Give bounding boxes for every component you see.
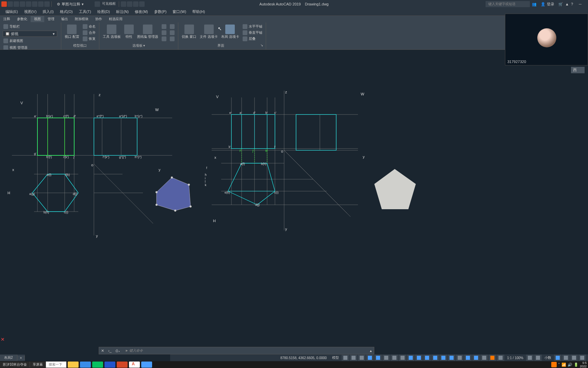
tab-view[interactable]: 视图 bbox=[31, 16, 44, 22]
menu-window[interactable]: 窗口(W) bbox=[170, 9, 189, 15]
infer-btn[interactable] bbox=[358, 355, 365, 361]
gizmo-btn[interactable] bbox=[456, 355, 463, 361]
cmd-close-icon[interactable]: ✕ bbox=[99, 348, 106, 354]
menu-tools[interactable]: 工具(T) bbox=[76, 9, 94, 15]
tb-wechat[interactable] bbox=[92, 362, 103, 368]
minimize-button[interactable]: ─ bbox=[575, 1, 585, 7]
palette-icon-1[interactable] bbox=[161, 24, 167, 29]
save-icon[interactable] bbox=[20, 1, 25, 7]
cmd-customize-icon[interactable]: ⎙▾ bbox=[114, 348, 122, 353]
open-icon[interactable] bbox=[14, 1, 19, 7]
file-tabs-btn[interactable]: 文件 选项卡 bbox=[199, 24, 218, 39]
undo-icon[interactable] bbox=[38, 1, 44, 7]
view-dropdown[interactable]: 🔲 俯视▾ bbox=[3, 31, 57, 37]
zoom-label[interactable]: 1:1 / 100% bbox=[505, 356, 525, 360]
otrack-btn[interactable] bbox=[399, 355, 406, 361]
vp-join-btn[interactable]: 合并 bbox=[82, 30, 96, 35]
tb-clock[interactable]: 9:5 2022 bbox=[580, 361, 587, 368]
cmd-chevron-icon[interactable]: ›_ bbox=[106, 348, 114, 353]
vp-named-btn[interactable]: 命名 bbox=[82, 24, 96, 29]
tab-output[interactable]: 输出 bbox=[58, 16, 71, 22]
cmd-input[interactable]: ► 键入命令 bbox=[122, 348, 368, 353]
cascade-btn[interactable]: 层叠 bbox=[242, 36, 263, 42]
transp-btn[interactable] bbox=[415, 355, 423, 361]
viewport-config-btn[interactable]: 视口 配置 bbox=[64, 24, 80, 39]
help-search[interactable]: 键入关键字或短语 bbox=[486, 1, 530, 7]
palette-icon-6[interactable] bbox=[169, 36, 175, 42]
customize-btn[interactable] bbox=[578, 355, 586, 361]
people-icon[interactable]: 👥 bbox=[532, 2, 537, 6]
palette-icon-3[interactable] bbox=[161, 36, 167, 42]
redo-icon[interactable] bbox=[44, 1, 50, 7]
tray-icon-1[interactable] bbox=[551, 362, 557, 367]
ortho-btn[interactable] bbox=[366, 355, 374, 361]
grid-btn[interactable] bbox=[342, 355, 349, 361]
tray-volume-icon[interactable]: 🔊 bbox=[568, 363, 572, 367]
vtile-btn[interactable]: 垂直平铺 bbox=[242, 30, 263, 35]
login-button[interactable]: 👤 登录 bbox=[539, 1, 556, 7]
auto-scale-btn[interactable] bbox=[472, 355, 480, 361]
menu-edit[interactable]: 编辑(E) bbox=[3, 9, 21, 15]
extra-icon-4[interactable] bbox=[139, 1, 145, 7]
ws-btn[interactable] bbox=[489, 355, 496, 361]
workspace-dropdown[interactable]: ⚙ 草图与注释 ▾ bbox=[54, 1, 86, 7]
layout-tab-add[interactable]: + bbox=[17, 355, 25, 361]
hw-accel-btn[interactable] bbox=[526, 355, 534, 361]
polar-btn[interactable] bbox=[374, 355, 382, 361]
tab-collab[interactable]: 协作 bbox=[92, 16, 105, 22]
menu-format[interactable]: 格式(O) bbox=[57, 9, 76, 15]
saveas-icon[interactable] bbox=[26, 1, 31, 7]
tab-manage[interactable]: 管理 bbox=[44, 16, 58, 22]
new-view-btn[interactable]: 新建视图 bbox=[3, 38, 24, 44]
layout-tabs-btn[interactable]: 布局 选项卡 bbox=[220, 24, 240, 39]
tb-app1[interactable] bbox=[80, 362, 91, 368]
tab-addins[interactable]: 附加模块 bbox=[71, 16, 92, 22]
menu-view[interactable]: 视图(V) bbox=[21, 9, 39, 15]
menu-insert[interactable]: 插入(I) bbox=[40, 9, 56, 15]
menu-help[interactable]: 帮助(H) bbox=[190, 9, 208, 15]
tray-wifi-icon[interactable]: 📶 bbox=[561, 363, 566, 367]
qprops-btn[interactable] bbox=[554, 355, 561, 361]
menu-dimension[interactable]: 标注(N) bbox=[113, 9, 131, 15]
palette-icon-2[interactable] bbox=[161, 30, 167, 35]
space-toggle[interactable]: 模型 bbox=[330, 355, 341, 360]
tab-featured[interactable]: 精选应用 bbox=[105, 16, 126, 22]
new-icon[interactable] bbox=[7, 1, 13, 7]
annot-mon-btn[interactable] bbox=[497, 355, 504, 361]
annot-scale-btn[interactable] bbox=[480, 355, 488, 361]
menu-param[interactable]: 参数(P) bbox=[151, 9, 169, 15]
close-x-icon[interactable]: ✕ bbox=[1, 337, 5, 342]
tb-app2[interactable] bbox=[104, 362, 115, 368]
isolate-btn[interactable] bbox=[534, 355, 542, 361]
command-line[interactable]: ✕ ›_ ⎙▾ ► 键入命令 ▴ bbox=[99, 347, 374, 354]
sheet-set-btn[interactable]: 图纸集 管理器 bbox=[136, 24, 159, 39]
palette-icon-4[interactable] bbox=[169, 24, 175, 29]
clean-btn[interactable] bbox=[570, 355, 578, 361]
app-exchange-icon[interactable]: ▲ bbox=[565, 2, 569, 6]
lwt-btn[interactable] bbox=[407, 355, 414, 361]
sel-filter-btn[interactable] bbox=[448, 355, 455, 361]
tool-palette-btn[interactable]: 工具 选项板 bbox=[102, 24, 121, 39]
annot-vis-btn[interactable] bbox=[464, 355, 472, 361]
menu-modify[interactable]: 修改(M) bbox=[132, 9, 151, 15]
tray-chevron-icon[interactable]: ˄ bbox=[558, 363, 560, 367]
tab-parametric[interactable]: 参数化 bbox=[14, 16, 31, 22]
tb-powerpoint[interactable] bbox=[117, 362, 128, 368]
drawing-canvas[interactable]: V z W x o y H y a' b'(e') c'(f') d' e''(… bbox=[0, 50, 588, 349]
tb-search[interactable]: 搜索一下 bbox=[46, 362, 66, 368]
lock-ui-btn[interactable] bbox=[562, 355, 570, 361]
cycle-btn[interactable] bbox=[423, 355, 431, 361]
vp-restore-btn[interactable]: 恢复 bbox=[82, 36, 96, 42]
3dosnap-btn[interactable] bbox=[431, 355, 439, 361]
tb-share[interactable]: 享屏幕 bbox=[30, 362, 46, 368]
plot-icon[interactable] bbox=[32, 1, 37, 7]
cmd-scroll-icon[interactable]: ▴ bbox=[368, 349, 374, 353]
units-label[interactable]: 小数 bbox=[542, 355, 553, 360]
extra-icon-2[interactable] bbox=[127, 1, 132, 7]
tb-app3[interactable] bbox=[141, 362, 152, 368]
switch-window-btn[interactable]: 切换 窗口 bbox=[181, 24, 197, 39]
tb-explorer[interactable] bbox=[68, 362, 79, 368]
tray-battery-icon[interactable]: 🔋 bbox=[574, 363, 578, 367]
visual-style-label[interactable]: 可见线框 bbox=[101, 1, 117, 7]
layout-tab-current[interactable]: 布局2 bbox=[0, 355, 17, 361]
